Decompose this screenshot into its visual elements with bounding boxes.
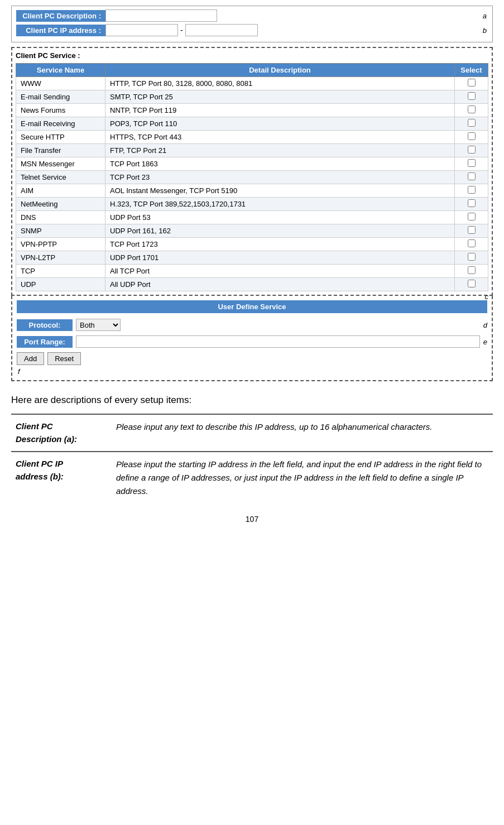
- side-f: f: [18, 367, 487, 376]
- service-select-cell[interactable]: [455, 198, 488, 211]
- description-section: Here are descriptions of every setup ite…: [11, 395, 493, 503]
- ip-label: Client PC IP address :: [16, 25, 105, 36]
- service-checkbox[interactable]: [468, 105, 476, 113]
- service-select-cell[interactable]: [455, 265, 488, 278]
- service-desc: POP3, TCP Port 110: [105, 117, 455, 131]
- service-select-cell[interactable]: [455, 224, 488, 238]
- service-section: Client PC Service : Service Name Detail …: [11, 47, 493, 296]
- service-select-cell[interactable]: [455, 104, 488, 117]
- service-checkbox[interactable]: [468, 146, 476, 154]
- service-desc: UDP Port 53: [105, 211, 455, 224]
- desc-label: Client PC Description :: [16, 10, 105, 22]
- service-name: File Transfer: [16, 144, 105, 157]
- service-select-cell[interactable]: [455, 211, 488, 224]
- service-section-title: Client PC Service :: [16, 51, 488, 60]
- service-select-cell[interactable]: [455, 238, 488, 251]
- desc-row: Client PC IPaddress (b): Please input th…: [11, 452, 493, 503]
- table-row: Telnet Service TCP Port 23: [16, 171, 488, 184]
- ip-end-input[interactable]: [185, 24, 258, 36]
- service-checkbox[interactable]: [468, 280, 476, 287]
- service-checkbox[interactable]: [468, 79, 476, 87]
- col-header-desc: Detail Description: [105, 64, 455, 77]
- service-name: MSN Messenger: [16, 157, 105, 171]
- service-checkbox[interactable]: [468, 159, 476, 167]
- service-desc: AOL Instant Messenger, TCP Port 5190: [105, 184, 455, 198]
- table-row: File Transfer FTP, TCP Port 21: [16, 144, 488, 157]
- service-checkbox[interactable]: [468, 92, 476, 100]
- side-c: c: [485, 292, 489, 301]
- service-checkbox[interactable]: [468, 186, 476, 194]
- table-row: DNS UDP Port 53: [16, 211, 488, 224]
- service-desc: TCP Port 1863: [105, 157, 455, 171]
- service-checkbox[interactable]: [468, 226, 476, 234]
- table-row: WWW HTTP, TCP Port 80, 3128, 8000, 8080,…: [16, 77, 488, 90]
- ip-row: Client PC IP address : - b: [16, 24, 488, 36]
- service-name: UDP: [16, 278, 105, 291]
- side-b: b: [483, 26, 488, 35]
- protocol-select[interactable]: Both TCP UDP: [76, 319, 121, 331]
- desc-row: Client PCDescription (a): Please input a…: [11, 414, 493, 452]
- add-button[interactable]: Add: [17, 352, 44, 365]
- ip-dash: -: [180, 26, 183, 35]
- desc-input[interactable]: [105, 9, 217, 22]
- desc-row: Client PC Description : a: [16, 9, 488, 22]
- service-checkbox[interactable]: [468, 266, 476, 274]
- service-select-cell[interactable]: [455, 117, 488, 131]
- service-name: VPN-PPTP: [16, 238, 105, 251]
- col-header-select: Select: [455, 64, 488, 77]
- table-row: News Forums NNTP, TCP Port 119: [16, 104, 488, 117]
- port-range-label: Port Range:: [17, 336, 73, 348]
- service-checkbox[interactable]: [468, 172, 476, 180]
- service-select-cell[interactable]: [455, 251, 488, 265]
- service-checkbox[interactable]: [468, 132, 476, 140]
- service-select-cell[interactable]: [455, 278, 488, 291]
- service-desc: UDP Port 161, 162: [105, 224, 455, 238]
- table-row: VPN-PPTP TCP Port 1723: [16, 238, 488, 251]
- service-desc: TCP Port 1723: [105, 238, 455, 251]
- service-desc: TCP Port 23: [105, 171, 455, 184]
- table-row: NetMeeting H.323, TCP Port 389,522,1503,…: [16, 198, 488, 211]
- port-range-input[interactable]: [76, 335, 480, 348]
- ip-start-input[interactable]: [105, 24, 178, 36]
- service-select-cell[interactable]: [455, 171, 488, 184]
- desc-term: Client PCDescription (a):: [11, 414, 112, 452]
- service-checkbox[interactable]: [468, 199, 476, 207]
- service-name: NetMeeting: [16, 198, 105, 211]
- page-number: 107: [11, 515, 493, 524]
- table-row: MSN Messenger TCP Port 1863: [16, 157, 488, 171]
- side-d: d: [483, 321, 487, 329]
- col-header-name: Service Name: [16, 64, 105, 77]
- service-name: WWW: [16, 77, 105, 90]
- user-define-section: User Define Service Protocol: Both TCP U…: [11, 296, 493, 381]
- service-select-cell[interactable]: [455, 144, 488, 157]
- service-desc: H.323, TCP Port 389,522,1503,1720,1731: [105, 198, 455, 211]
- side-e: e: [483, 338, 487, 346]
- desc-heading: Here are descriptions of every setup ite…: [11, 395, 493, 406]
- service-checkbox[interactable]: [468, 213, 476, 220]
- service-select-cell[interactable]: [455, 90, 488, 104]
- service-select-cell[interactable]: [455, 131, 488, 144]
- table-row: SNMP UDP Port 161, 162: [16, 224, 488, 238]
- service-desc: HTTP, TCP Port 80, 3128, 8000, 8080, 808…: [105, 77, 455, 90]
- service-select-cell[interactable]: [455, 184, 488, 198]
- service-desc: All TCP Port: [105, 265, 455, 278]
- service-name: SNMP: [16, 224, 105, 238]
- service-name: VPN-L2TP: [16, 251, 105, 265]
- reset-button[interactable]: Reset: [47, 352, 81, 365]
- top-form: Client PC Description : a Client PC IP a…: [11, 6, 493, 42]
- service-table: Service Name Detail Description Select W…: [16, 63, 488, 291]
- table-row: E-mail Receiving POP3, TCP Port 110: [16, 117, 488, 131]
- service-desc: HTTPS, TCP Port 443: [105, 131, 455, 144]
- service-name: News Forums: [16, 104, 105, 117]
- service-checkbox[interactable]: [468, 119, 476, 127]
- service-checkbox[interactable]: [468, 253, 476, 261]
- table-row: Secure HTTP HTTPS, TCP Port 443: [16, 131, 488, 144]
- service-checkbox[interactable]: [468, 239, 476, 247]
- protocol-label: Protocol:: [17, 319, 73, 331]
- service-desc: UDP Port 1701: [105, 251, 455, 265]
- service-select-cell[interactable]: [455, 157, 488, 171]
- service-desc: SMTP, TCP Port 25: [105, 90, 455, 104]
- table-row: UDP All UDP Port: [16, 278, 488, 291]
- service-name: DNS: [16, 211, 105, 224]
- service-select-cell[interactable]: [455, 77, 488, 90]
